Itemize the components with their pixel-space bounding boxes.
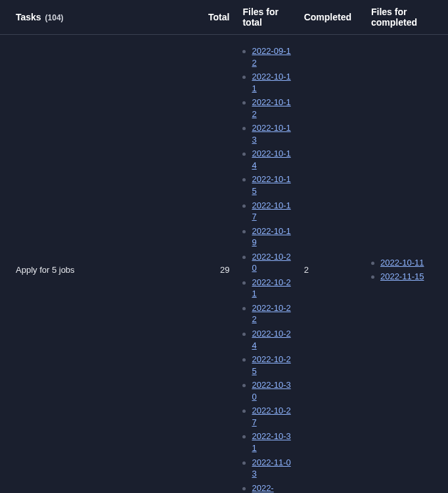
tasks-table: Tasks (104) Total Files for total Comple… <box>0 0 448 493</box>
list-item: 2022-10-14 <box>242 148 293 171</box>
list-item: 2022-10-24 <box>242 328 293 351</box>
files-completed-list: 2022-10-11 2022-11-15 <box>371 257 443 283</box>
file-link[interactable]: 2022-10-11 <box>380 258 424 268</box>
files-total-list: 2022-09-12 2022-10-11 2022-10-12 2022-10… <box>242 45 293 493</box>
table-header-row: Tasks (104) Total Files for total Comple… <box>0 0 448 35</box>
list-item: 2022-10-20 <box>242 251 293 274</box>
file-link[interactable]: 2022-11-15 <box>380 271 424 281</box>
file-link[interactable]: 2022-10-14 <box>252 149 290 170</box>
list-item: 2022-09-12 <box>242 45 293 68</box>
list-item: 2022- <box>242 482 293 493</box>
file-link[interactable]: 2022-10-13 <box>252 123 290 145</box>
list-item: 2022-10-13 <box>242 122 293 145</box>
col-header-completed: Completed <box>299 0 366 35</box>
file-link[interactable]: 2022-10-21 <box>252 277 290 299</box>
file-link[interactable]: 2022-11-03 <box>252 458 290 479</box>
file-link[interactable]: 2022- <box>252 483 273 493</box>
list-item: 2022-11-03 <box>242 457 293 480</box>
file-link[interactable]: 2022-10-17 <box>252 200 290 222</box>
list-item: 2022-10-22 <box>242 302 293 325</box>
col-header-files-total: Files for total <box>237 0 298 35</box>
file-link[interactable]: 2022-09-12 <box>252 46 290 68</box>
list-item: 2022-10-11 <box>242 71 293 94</box>
list-item: 2022-10-27 <box>242 405 293 428</box>
tasks-header-label: Tasks <box>16 12 41 22</box>
cell-task-name: Apply for 5 jobs <box>0 35 185 494</box>
list-item: 2022-10-17 <box>242 200 293 223</box>
list-item: 2022-10-30 <box>242 379 293 402</box>
file-link[interactable]: 2022-10-25 <box>252 354 290 376</box>
list-item: 2022-10-15 <box>242 174 293 197</box>
file-link[interactable]: 2022-10-30 <box>252 380 290 402</box>
list-item: 2022-10-31 <box>242 431 293 454</box>
list-item: 2022-11-15 <box>371 271 443 283</box>
table-row: Apply for 5 jobs 29 2022-09-12 2022-10-1… <box>0 35 448 494</box>
cell-completed: 2 <box>299 35 366 494</box>
col-header-total: Total <box>185 0 238 35</box>
file-link[interactable]: 2022-10-27 <box>252 406 290 427</box>
file-link[interactable]: 2022-10-11 <box>252 72 290 93</box>
file-link[interactable]: 2022-10-24 <box>252 329 290 350</box>
file-link[interactable]: 2022-10-12 <box>252 97 290 119</box>
col-header-files-completed: Files for completed <box>366 0 448 35</box>
list-item: 2022-10-12 <box>242 97 293 120</box>
file-link[interactable]: 2022-10-15 <box>252 174 290 196</box>
col-header-tasks: Tasks (104) <box>0 0 185 35</box>
tasks-count: (104) <box>45 13 64 22</box>
file-link[interactable]: 2022-10-31 <box>252 431 290 453</box>
list-item: 2022-10-11 <box>371 257 443 269</box>
file-link[interactable]: 2022-10-22 <box>252 303 290 325</box>
cell-total: 29 <box>185 35 238 494</box>
file-link[interactable]: 2022-10-19 <box>252 226 290 248</box>
cell-files-completed: 2022-10-11 2022-11-15 <box>366 35 448 494</box>
list-item: 2022-10-25 <box>242 354 293 377</box>
list-item: 2022-10-21 <box>242 277 293 300</box>
file-link[interactable]: 2022-10-20 <box>252 252 290 273</box>
list-item: 2022-10-19 <box>242 225 293 248</box>
cell-files-total: 2022-09-12 2022-10-11 2022-10-12 2022-10… <box>237 35 298 494</box>
